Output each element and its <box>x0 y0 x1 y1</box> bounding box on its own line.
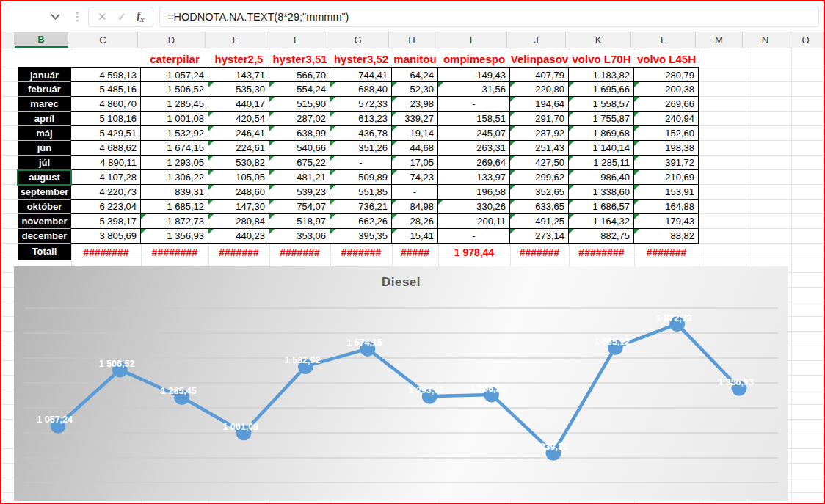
cell[interactable]: 530,82 <box>208 156 269 170</box>
cell[interactable]: 287,02 <box>269 112 330 126</box>
cell[interactable]: 4 107,28 <box>71 170 141 185</box>
row-header[interactable]: apríl <box>18 112 71 126</box>
cell[interactable]: 391,72 <box>634 156 699 170</box>
cell[interactable]: 6 223,04 <box>71 200 141 214</box>
chevron-down-icon[interactable] <box>51 10 60 20</box>
cell[interactable]: 44,68 <box>392 141 438 156</box>
column-caption[interactable]: volvo L70H <box>569 50 634 67</box>
cell[interactable]: 754,07 <box>269 200 330 214</box>
column-header-b[interactable]: B <box>15 32 68 48</box>
column-header-g[interactable]: G <box>327 32 389 48</box>
cell[interactable]: 224,61 <box>208 141 269 156</box>
cell[interactable]: 200,11 <box>438 214 510 229</box>
cell[interactable]: 1 695,66 <box>569 82 634 97</box>
cell[interactable]: 1 532,92 <box>141 126 208 141</box>
cell[interactable]: 164,88 <box>634 200 699 214</box>
column-header-l[interactable]: L <box>631 32 696 48</box>
cell[interactable]: 74,23 <box>392 170 438 185</box>
cell[interactable]: - <box>330 156 392 170</box>
cell[interactable]: 1 001,08 <box>141 112 208 126</box>
cell[interactable]: 662,26 <box>330 214 392 229</box>
row-header[interactable]: december <box>18 229 71 244</box>
cell[interactable]: 1 356,93 <box>141 229 208 244</box>
cell[interactable]: 839,31 <box>141 185 208 200</box>
cell[interactable]: 1 164,32 <box>569 214 634 229</box>
cell[interactable]: 638,99 <box>269 126 330 141</box>
cell[interactable]: 440,23 <box>208 229 269 244</box>
formula-input[interactable]: =HODNOTA.NA.TEXT(8*29;"mmmm") <box>159 7 819 27</box>
cell[interactable]: 407,79 <box>510 67 569 82</box>
cell[interactable]: 245,07 <box>438 126 510 141</box>
cell[interactable]: 299,62 <box>510 170 569 185</box>
cell[interactable]: 1 755,87 <box>569 112 634 126</box>
cell[interactable]: 23,98 <box>392 97 438 112</box>
cell[interactable]: 194,64 <box>510 97 569 112</box>
cell[interactable]: 1 872,73 <box>141 214 208 229</box>
cell[interactable]: 554,24 <box>269 82 330 97</box>
cell[interactable]: 352,65 <box>510 185 569 200</box>
cell[interactable]: 436,78 <box>330 126 392 141</box>
total-cell[interactable]: ######## <box>569 244 634 260</box>
cell[interactable]: 420,54 <box>208 112 269 126</box>
cell[interactable]: 395,35 <box>330 229 392 244</box>
cell[interactable]: 198,38 <box>634 141 699 156</box>
cell[interactable]: 240,94 <box>634 112 699 126</box>
cell[interactable]: 152,60 <box>634 126 699 141</box>
total-cell[interactable]: ####### <box>330 244 392 260</box>
row-header[interactable]: september <box>18 185 71 200</box>
cell[interactable]: 736,21 <box>330 200 392 214</box>
cell[interactable]: 551,85 <box>330 185 392 200</box>
cell[interactable]: 1 293,05 <box>141 156 208 170</box>
cell[interactable]: 509,89 <box>330 170 392 185</box>
total-cell[interactable]: ######## <box>71 244 141 260</box>
cell[interactable]: 263,31 <box>438 141 510 156</box>
total-cell[interactable]: ####### <box>510 244 569 260</box>
total-cell[interactable]: ######## <box>141 244 208 260</box>
cell[interactable]: 196,58 <box>438 185 510 200</box>
cell[interactable]: 273,14 <box>510 229 569 244</box>
column-header-c[interactable]: C <box>68 32 138 48</box>
cell[interactable]: 15,41 <box>392 229 438 244</box>
cell[interactable]: 248,60 <box>208 185 269 200</box>
cell[interactable]: 179,43 <box>634 214 699 229</box>
cell-blank[interactable] <box>71 50 141 67</box>
total-cell[interactable]: 1 978,44 <box>438 244 510 260</box>
column-header-h[interactable]: H <box>389 32 435 48</box>
row-header[interactable]: február <box>18 82 71 97</box>
cell[interactable]: 28,26 <box>392 214 438 229</box>
cell[interactable]: 287,92 <box>510 126 569 141</box>
cell[interactable]: - <box>438 97 510 112</box>
cell[interactable]: 351,26 <box>330 141 392 156</box>
cell[interactable]: 1 140,14 <box>569 141 634 156</box>
cell[interactable]: 4 220,73 <box>71 185 141 200</box>
cell[interactable]: 1 869,68 <box>569 126 634 141</box>
row-header-total[interactable]: Totali <box>18 244 71 260</box>
cell[interactable]: - <box>392 185 438 200</box>
column-caption[interactable]: hyster3,51 <box>269 50 330 67</box>
column-header-i[interactable]: I <box>435 32 507 48</box>
total-cell[interactable]: ####### <box>634 244 699 260</box>
cell[interactable]: 64,24 <box>392 67 438 82</box>
row-header[interactable]: marec <box>18 97 71 112</box>
column-header-k[interactable]: K <box>566 32 631 48</box>
cell[interactable]: 251,43 <box>510 141 569 156</box>
column-caption[interactable]: volvo L45H <box>634 50 699 67</box>
cell[interactable]: 1 285,45 <box>141 97 208 112</box>
cell[interactable]: 481,21 <box>269 170 330 185</box>
cell[interactable]: 220,80 <box>510 82 569 97</box>
row-header[interactable]: október <box>18 200 71 214</box>
column-caption[interactable]: hyster3,52 <box>330 50 392 67</box>
column-header-m[interactable]: M <box>696 32 743 48</box>
cell[interactable]: 143,71 <box>208 67 269 82</box>
cell[interactable]: 153,91 <box>634 185 699 200</box>
cell[interactable]: 17,05 <box>392 156 438 170</box>
cell[interactable]: 440,17 <box>208 97 269 112</box>
cell[interactable]: 4 860,70 <box>71 97 141 112</box>
cell[interactable]: - <box>438 229 510 244</box>
cell[interactable]: 1 285,11 <box>569 156 634 170</box>
cell[interactable]: 291,70 <box>510 112 569 126</box>
cell[interactable]: 31,56 <box>438 82 510 97</box>
column-caption[interactable]: ompimespo <box>438 50 510 67</box>
cell[interactable]: 5 398,17 <box>71 214 141 229</box>
cell[interactable]: 149,43 <box>438 67 510 82</box>
